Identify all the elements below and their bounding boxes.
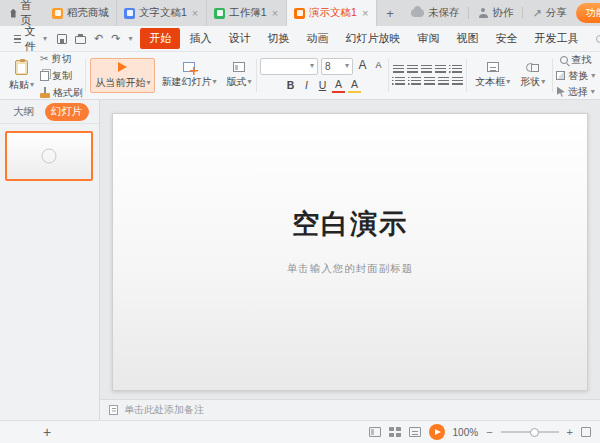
outline-tab[interactable]: 大纲 (7, 103, 40, 121)
textbox-button[interactable]: 文本框▾ (471, 60, 514, 91)
select-button[interactable]: 选择 ▾ (557, 85, 595, 99)
tab-docer-store[interactable]: 稻壳商城 (45, 0, 117, 26)
slide-canvas: 空白演示 单击输入您的封面副标题 (100, 100, 600, 399)
zoom-out-icon[interactable]: − (486, 427, 492, 438)
new-slide-button[interactable]: 新建幻灯片▾ (157, 60, 220, 91)
format-painter-button[interactable]: 格式刷 (40, 86, 83, 100)
paragraph-row-bottom (392, 77, 463, 86)
notes-bar[interactable]: 单击此处添加备注 (100, 399, 600, 420)
print-icon[interactable] (75, 36, 86, 44)
slide-1[interactable]: 空白演示 单击输入您的封面副标题 (112, 113, 588, 391)
redo-icon[interactable]: ↷ (111, 33, 120, 44)
font-size-select[interactable]: 8 ▾ (321, 58, 353, 75)
tab-transition[interactable]: 切换 (259, 27, 297, 50)
increase-indent-icon[interactable] (438, 77, 449, 86)
tab-home[interactable]: 开始 (140, 28, 180, 49)
shape-button[interactable]: 形状▾ (516, 60, 549, 91)
close-icon[interactable]: × (271, 8, 279, 19)
zoom-slider[interactable] (501, 431, 559, 433)
save-icon[interactable] (57, 34, 67, 44)
underline-icon[interactable]: U (316, 79, 329, 93)
play-from-current-button[interactable]: 从当前开始▾ (90, 58, 155, 93)
slide-sorter-view-icon[interactable] (389, 427, 401, 437)
tab-review[interactable]: 审阅 (409, 27, 447, 50)
new-tab-button[interactable]: + (377, 0, 403, 26)
search-icon (560, 56, 568, 64)
tab-security[interactable]: 安全 (487, 27, 525, 50)
cut-button[interactable]: ✂ 剪切 (40, 52, 83, 66)
tab-devtools[interactable]: 开发工具 (526, 27, 586, 50)
clipboard-icon (15, 60, 28, 75)
tab-writer-document[interactable]: 文字文稿1 × (117, 0, 207, 26)
paste-label: 粘贴 (9, 78, 29, 92)
chevron-down-icon: ▾ (146, 79, 150, 87)
editor-column: 空白演示 单击输入您的封面副标题 单击此处添加备注 (100, 100, 600, 420)
tab-animation[interactable]: 动画 (298, 27, 336, 50)
save-status[interactable]: 未保存 (411, 6, 460, 20)
slides-tab[interactable]: 幻灯片 (45, 103, 89, 121)
bold-icon[interactable]: B (284, 79, 297, 93)
replace-button[interactable]: 替换 ▾ (556, 69, 595, 83)
slide-title-placeholder[interactable]: 空白演示 (292, 206, 408, 242)
paste-button[interactable]: 粘贴▾ (5, 58, 38, 94)
zoom-in-icon[interactable]: + (567, 427, 573, 438)
close-icon[interactable]: × (361, 8, 369, 19)
collaborate-label: 协作 (492, 6, 513, 20)
fit-to-window-icon[interactable] (581, 427, 591, 437)
italic-icon[interactable]: I (300, 79, 313, 93)
add-slide-button[interactable]: + (43, 424, 51, 440)
collaborate-button[interactable]: 协作 (478, 6, 513, 20)
tab-label: 演示文稿1 (309, 6, 357, 20)
find-button[interactable]: 查找 (560, 53, 591, 67)
layout-button[interactable]: 版式▾ (222, 60, 255, 91)
zoom-slider-knob[interactable] (530, 428, 539, 437)
slide-subtitle-placeholder[interactable]: 单击输入您的封面副标题 (287, 262, 414, 276)
normal-view-icon[interactable] (369, 427, 381, 437)
new-slide-label: 新建幻灯片 (161, 75, 211, 89)
tab-slideshow[interactable]: 幻灯片放映 (337, 27, 408, 50)
customize-qat-chevron-icon[interactable]: ▾ (128, 35, 132, 43)
search-icon (596, 35, 600, 43)
undo-icon[interactable]: ↶ (94, 33, 103, 44)
tab-spreadsheet[interactable]: 工作簿1 × (207, 0, 287, 26)
close-icon[interactable]: × (191, 8, 199, 19)
tab-view[interactable]: 视图 (448, 27, 486, 50)
tab-design[interactable]: 设计 (220, 27, 258, 50)
tab-presentation-active[interactable]: 演示文稿1 × (287, 0, 377, 26)
tab-insert[interactable]: 插入 (181, 27, 219, 50)
bullet-list-icon[interactable] (392, 77, 405, 86)
text-direction-icon[interactable] (452, 77, 463, 86)
highlight-color-icon[interactable]: A (348, 78, 361, 94)
reading-view-icon[interactable] (409, 427, 421, 437)
shape-label: 形状 (520, 75, 540, 89)
font-color-icon[interactable]: A (332, 78, 345, 94)
home-ribbon-toolbar: 粘贴▾ ✂ 剪切 复制 格式刷 从当前开始▾ (0, 52, 600, 100)
toolbar-divider (256, 59, 257, 92)
increase-font-icon[interactable]: A (356, 58, 369, 74)
play-from-current-label: 从当前开始 (95, 76, 145, 90)
font-family-select[interactable]: ▾ (260, 58, 318, 75)
numbered-list-icon[interactable] (408, 77, 421, 86)
share-label: 分享 (546, 6, 567, 20)
command-search-box[interactable]: 查找命令 (596, 31, 600, 46)
align-justify-icon[interactable] (435, 65, 446, 74)
slide-thumbnail-1[interactable] (5, 131, 93, 181)
play-icon (118, 62, 127, 72)
chevron-down-icon: ▾ (310, 62, 314, 70)
line-spacing-icon[interactable] (449, 65, 462, 74)
copy-icon (40, 71, 49, 81)
align-center-icon[interactable] (407, 65, 418, 74)
align-left-icon[interactable] (393, 65, 404, 74)
ribbon-tabs: 开始 插入 设计 切换 动画 幻灯片放映 审阅 视图 安全 开发工具 (140, 27, 586, 50)
share-button[interactable]: ↗ 分享 (532, 6, 566, 20)
align-right-icon[interactable] (421, 65, 432, 74)
feature-manager-button[interactable]: 功能管理 (576, 3, 600, 23)
quick-access-toolbar: ↶ ↷ ▾ (57, 33, 132, 44)
slideshow-play-button[interactable] (429, 424, 445, 440)
tab-label: 稻壳商城 (67, 6, 109, 20)
copy-button[interactable]: 复制 (40, 69, 83, 83)
zoom-percentage[interactable]: 100% (453, 427, 479, 438)
decrease-indent-icon[interactable] (424, 77, 435, 86)
decrease-font-icon[interactable]: A (372, 60, 385, 72)
textbox-label: 文本框 (475, 75, 505, 89)
